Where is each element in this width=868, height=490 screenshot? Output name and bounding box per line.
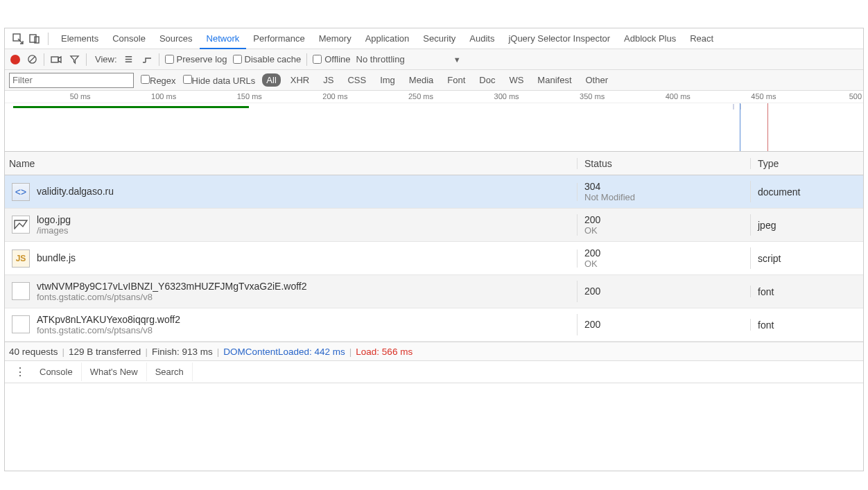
tab-audits[interactable]: Audits: [462, 29, 501, 49]
status-code: 200: [584, 286, 750, 297]
filter-type-all[interactable]: All: [262, 73, 280, 87]
drawer-tab-what-s-new[interactable]: What's New: [82, 362, 147, 381]
filter-type-doc[interactable]: Doc: [475, 73, 499, 87]
filter-type-css[interactable]: CSS: [343, 73, 370, 87]
ruler-tick: 50 ms: [70, 92, 91, 100]
status-dcl: DOMContentLoaded: 442 ms: [223, 347, 345, 357]
request-name: logo.jpg: [37, 214, 71, 226]
filter-type-ws[interactable]: WS: [505, 73, 528, 87]
col-status[interactable]: Status: [578, 158, 751, 169]
status-load: Load: 566 ms: [356, 347, 413, 357]
status-code: 200: [584, 319, 750, 331]
request-name: ATKpv8nLYAKUYexo8iqqrg.woff2: [37, 314, 180, 326]
timeline-overview[interactable]: [5, 103, 863, 152]
ruler-tick: 450 ms: [751, 92, 776, 100]
drawer-tab-search[interactable]: Search: [147, 362, 193, 381]
table-header: Name Status Type: [5, 152, 863, 175]
main-tabs: ElementsConsoleSourcesNetworkPerformance…: [5, 28, 863, 49]
status-text: Not Modified: [584, 192, 750, 202]
tab-console[interactable]: Console: [105, 29, 153, 49]
status-requests: 40 requests: [9, 347, 58, 357]
tab-adblock-plus[interactable]: Adblock Plus: [617, 29, 683, 49]
request-name: bundle.js: [37, 252, 76, 264]
request-type: jpeg: [751, 220, 863, 231]
status-code: 200: [584, 247, 750, 259]
request-path: fonts.gstatic.com/s/ptsans/v8: [37, 292, 307, 302]
request-type: font: [751, 320, 863, 331]
status-text: OK: [584, 259, 750, 269]
col-type[interactable]: Type: [751, 158, 863, 169]
ruler-tick: 200 ms: [322, 92, 347, 100]
col-name[interactable]: Name: [5, 158, 578, 169]
device-toggle-icon[interactable]: [27, 31, 42, 46]
request-type: document: [751, 186, 863, 198]
request-path: /images: [37, 225, 71, 236]
drawer: ⋮ ConsoleWhat's NewSearch: [5, 361, 863, 383]
filter-type-js[interactable]: JS: [319, 73, 338, 87]
filter-type-img[interactable]: Img: [376, 73, 399, 87]
status-code: 200: [584, 214, 750, 226]
filter-row: Regex Hide data URLs AllXHRJSCSSImgMedia…: [5, 70, 863, 91]
inspect-icon[interactable]: [10, 31, 26, 46]
filter-type-xhr[interactable]: XHR: [286, 73, 313, 87]
camera-icon[interactable]: [50, 53, 62, 66]
request-table: <>validity.dalgaso.ru304Not Modifieddocu…: [5, 175, 863, 342]
status-transferred: 129 B transferred: [69, 347, 141, 357]
tab-application[interactable]: Application: [358, 29, 417, 49]
dcl-line: [740, 103, 740, 151]
request-row[interactable]: vtwNVMP8y9C17vLvIBNZI_Y6323mHUZFJMgTvxaG…: [5, 275, 863, 308]
svg-rect-4: [51, 57, 58, 62]
offline-checkbox[interactable]: Offline: [313, 54, 350, 64]
drawer-menu-icon[interactable]: ⋮: [9, 365, 31, 378]
request-row[interactable]: <>validity.dalgaso.ru304Not Modifieddocu…: [5, 175, 863, 209]
activity-bar: [13, 106, 249, 108]
request-row[interactable]: ATKpv8nLYAKUYexo8iqqrg.woff2fonts.gstati…: [5, 308, 863, 342]
request-row[interactable]: JSbundle.js200OKscript: [5, 242, 863, 275]
network-toolbar: View: Preserve log Disable cache Offline…: [5, 49, 863, 70]
status-finish: Finish: 913 ms: [152, 347, 213, 357]
file-js-icon: JS: [12, 250, 30, 268]
tab-memory[interactable]: Memory: [312, 29, 358, 49]
drawer-tab-console[interactable]: Console: [31, 362, 82, 381]
filter-type-manifest[interactable]: Manifest: [533, 73, 575, 87]
filter-type-other[interactable]: Other: [582, 73, 613, 87]
clear-icon[interactable]: [26, 53, 38, 66]
file-blank-icon: [12, 315, 30, 333]
filter-input[interactable]: [9, 73, 134, 88]
request-name: validity.dalgaso.ru: [37, 186, 114, 198]
record-button[interactable]: [10, 55, 20, 64]
ruler-tick: 100 ms: [151, 92, 176, 100]
regex-checkbox[interactable]: Regex: [141, 75, 176, 86]
ruler-tick: 400 ms: [666, 92, 691, 100]
view-label: View:: [95, 54, 117, 64]
request-name: vtwNVMP8y9C17vLvIBNZI_Y6323mHUZFJMgTvxaG…: [37, 281, 307, 292]
filter-type-media[interactable]: Media: [405, 73, 437, 87]
preserve-log-checkbox[interactable]: Preserve log: [165, 54, 227, 64]
filter-icon[interactable]: [68, 53, 80, 66]
disable-cache-checkbox[interactable]: Disable cache: [233, 54, 302, 64]
tab-react[interactable]: React: [683, 29, 720, 49]
tab-jquery-selector-inspector[interactable]: jQuery Selector Inspector: [501, 29, 617, 49]
view-frames-icon[interactable]: [141, 53, 153, 66]
timeline-tick: [733, 104, 734, 110]
tab-performance[interactable]: Performance: [246, 29, 311, 49]
tab-sources[interactable]: Sources: [153, 29, 200, 49]
throttling-select[interactable]: No throttling▼: [356, 54, 461, 64]
request-type: script: [751, 253, 863, 264]
ruler-tick: 350 ms: [580, 92, 605, 100]
tab-network[interactable]: Network: [200, 29, 247, 49]
status-code: 304: [584, 181, 750, 193]
hide-data-urls-checkbox[interactable]: Hide data URLs: [183, 75, 256, 86]
timeline-ruler: 50 ms100 ms150 ms200 ms250 ms300 ms350 m…: [5, 91, 863, 103]
request-row[interactable]: logo.jpg/images200OKjpeg: [5, 209, 863, 242]
ruler-tick: 250 ms: [408, 92, 433, 100]
tab-security[interactable]: Security: [416, 29, 462, 49]
devtools-window: ElementsConsoleSourcesNetworkPerformance…: [4, 28, 864, 471]
filter-type-font[interactable]: Font: [443, 73, 469, 87]
tab-elements[interactable]: Elements: [54, 29, 105, 49]
view-list-icon[interactable]: [123, 53, 135, 66]
file-blank-icon: [12, 282, 30, 300]
file-doc-icon: <>: [12, 183, 30, 201]
ruler-tick: 150 ms: [237, 92, 262, 100]
status-text: OK: [584, 225, 750, 236]
